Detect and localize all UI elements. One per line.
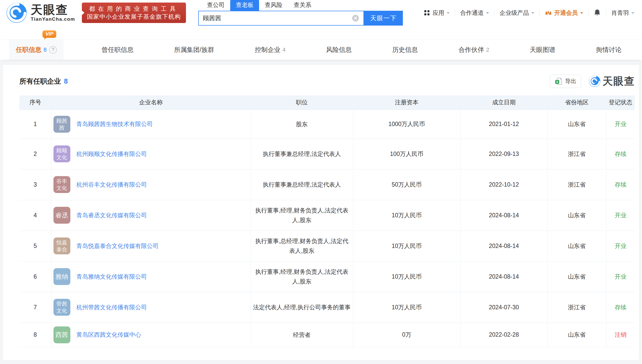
nav-tab-partners[interactable]: 合作伙伴 2 — [456, 40, 492, 60]
col-header-index: 序号 — [19, 95, 51, 110]
vip-badge: VIP — [42, 30, 57, 38]
nav-tab-label: 所属集团/族群 — [174, 46, 214, 54]
table-row: 3 谷丰文化 杭州谷丰文化传播有限公司 执行董事兼总经理,法定代表人 50万人民… — [19, 169, 635, 200]
nav-tab-count: 8 — [43, 47, 47, 53]
nav-tab-group[interactable]: 所属集团/族群 — [172, 40, 217, 60]
position-cell: 法定代表人,经理,执行公司事务的董事 — [251, 292, 353, 323]
table-header-row: 序号 企业名称 职位 注册资本 成立日期 省份地区 登记状态 — [19, 95, 635, 110]
date-cell: 2024-07-30 — [460, 292, 547, 323]
company-link[interactable]: 青岛雅纳文化传媒有限公司 — [76, 273, 147, 281]
company-cell: 谷丰文化 杭州谷丰文化传播有限公司 — [51, 169, 251, 200]
user-name: 肖青羽 — [611, 9, 629, 17]
tianyancha-logo-icon — [6, 2, 27, 23]
search-tab-company[interactable]: 查公司 — [201, 0, 230, 11]
province-cell: 浙江省 — [547, 292, 606, 323]
table-row: 7 带茜文化 杭州带茜文化传播有限公司 法定代表人,经理,执行公司事务的董事 1… — [19, 292, 635, 323]
help-icon[interactable] — [49, 46, 57, 54]
search-tab-risk[interactable]: 查风险 — [259, 0, 288, 11]
company-link[interactable]: 青岛睿丞文化传媒有限公司 — [76, 211, 147, 219]
capital-cell: 1000万人民币 — [353, 110, 460, 139]
company-avatar: 带茜文化 — [53, 299, 70, 316]
search-input-wrap — [198, 11, 364, 26]
province-cell: 浙江省 — [547, 169, 606, 200]
date-cell: 2024-08-14 — [460, 261, 547, 292]
company-cell: 顾顺文化 杭州顾顺文化传播有限公司 — [51, 139, 251, 169]
search-tab-boss[interactable]: 查老板 — [230, 0, 259, 11]
promo-badge: 都在用的商业查询工具 国家中小企业发展子基金旗下机构 — [82, 3, 186, 23]
clear-search-icon[interactable] — [352, 14, 359, 22]
watermark-brand-text: 天眼查 — [603, 74, 635, 88]
company-link[interactable]: 黄岛区西茜文化传媒中心 — [76, 331, 141, 339]
company-link[interactable]: 杭州谷丰文化传播有限公司 — [76, 181, 147, 189]
chevron-down-icon — [531, 12, 534, 15]
company-cell: 带茜文化 杭州带茜文化传播有限公司 — [51, 292, 251, 323]
nav-tab-label: 天眼图谱 — [530, 46, 555, 54]
nav-tab-history[interactable]: 历史信息 — [390, 40, 420, 60]
nav-tab-employment[interactable]: VIP 任职信息 8 — [9, 40, 63, 60]
search-input[interactable] — [203, 15, 352, 22]
province-cell: 浙江省 — [547, 139, 606, 169]
menu-membership[interactable]: 开通会员 — [545, 9, 583, 17]
export-button[interactable]: X 导出 — [550, 75, 581, 88]
menu-enterprise-label: 企业级产品 — [500, 9, 529, 17]
menu-membership-label: 开通会员 — [554, 9, 578, 17]
date-cell: 2024-08-14 — [460, 231, 547, 261]
position-cell: 执行董事兼总经理,法定代表人 — [251, 139, 353, 169]
status-cell: 存续 — [606, 139, 635, 169]
search-tab-relation[interactable]: 查关系 — [288, 0, 317, 11]
date-cell: 2022-02-28 — [460, 323, 547, 347]
position-cell: 执行董事,总经理,财务负责人,法定代表人,股东 — [251, 231, 353, 261]
nav-tab-controlled-companies[interactable]: 控制企业 4 — [252, 40, 288, 60]
table-row: 4 睿丞 青岛睿丞文化传媒有限公司 执行董事,经理,财务负责人,法定代表人,股东… — [19, 200, 635, 231]
table-row: 1 顾茜茜 青岛顾茜茜生物技术有限公司 股东 1000万人民币 2021-01-… — [19, 110, 635, 139]
export-label: 导出 — [565, 77, 576, 85]
date-cell: 2024-08-14 — [460, 200, 547, 231]
position-cell: 股东 — [251, 110, 353, 139]
nav-tab-label: 曾任职信息 — [102, 46, 134, 54]
nav-tab-risk[interactable]: 风险信息 — [324, 40, 354, 60]
menu-apps[interactable]: 应用 — [424, 9, 450, 17]
employment-card: 所有任职企业8 X 导出 天眼查 序号 — [3, 65, 639, 360]
nav-tab-past-employment[interactable]: 曾任职信息 — [99, 40, 136, 60]
employment-table: 序号 企业名称 职位 注册资本 成立日期 省份地区 登记状态 1 顾茜茜 青岛顾… — [19, 95, 635, 347]
user-menu[interactable]: 肖青羽 — [611, 9, 634, 17]
profile-nav: VIP 任职信息 8 曾任职信息 所属集团/族群 控制企业 4 风险信息 历史信… — [0, 39, 642, 60]
promo-line1: 都在用的商业查询工具 — [87, 5, 181, 13]
top-header: 天眼查 TianYanCha.com 都在用的商业查询工具 国家中小企业发展子基… — [0, 0, 642, 25]
table-row: 6 雅纳 青岛雅纳文化传媒有限公司 执行董事,经理,财务负责人,法定代表人,股东… — [19, 261, 635, 292]
date-cell: 2021-01-12 — [460, 110, 547, 139]
table-row: 8 西茜 黄岛区西茜文化传媒中心 经营者 0万 2022-02-28 山东省 注… — [19, 323, 635, 347]
table-row: 2 顾顺文化 杭州顾顺文化传播有限公司 执行董事兼总经理,法定代表人 100万人… — [19, 139, 635, 169]
row-index: 6 — [19, 261, 51, 292]
company-avatar: 西茜 — [53, 326, 70, 343]
section-title: 所有任职企业8 — [19, 77, 68, 86]
tianyancha-logo[interactable]: 天眼查 TianYanCha.com — [6, 2, 75, 23]
company-link[interactable]: 杭州带茜文化传播有限公司 — [76, 303, 147, 311]
row-index: 3 — [19, 169, 51, 200]
col-header-position: 职位 — [251, 95, 353, 110]
status-cell: 开业 — [606, 110, 635, 139]
header-right-menu: 应用 合作通道 企业级产品 开通会员 — [424, 9, 634, 17]
company-link[interactable]: 青岛顾茜茜生物技术有限公司 — [76, 120, 153, 128]
date-cell: 2022-09-13 — [460, 139, 547, 169]
company-cell: 顾茜茜 青岛顾茜茜生物技术有限公司 — [51, 110, 251, 139]
col-header-status: 登记状态 — [606, 95, 635, 110]
nav-tab-public-opinion[interactable]: 舆情讨论 — [593, 40, 624, 60]
notification-bell-icon[interactable] — [594, 9, 601, 17]
nav-tab-label: 风险信息 — [326, 46, 352, 54]
company-cell: 睿丞 青岛睿丞文化传媒有限公司 — [51, 200, 251, 231]
divider — [494, 9, 494, 16]
nav-tab-count: 4 — [282, 47, 285, 53]
row-index: 2 — [19, 139, 51, 169]
promo-line2: 国家中小企业发展子基金旗下机构 — [87, 13, 181, 21]
company-link[interactable]: 杭州顾顺文化传播有限公司 — [76, 150, 147, 158]
menu-enterprise-products[interactable]: 企业级产品 — [500, 9, 534, 17]
company-cell: 悦嘉泰合 青岛悦嘉泰合文化传媒有限公司 — [51, 231, 251, 261]
nav-tab-graph[interactable]: 天眼图谱 — [527, 40, 558, 60]
divider — [606, 9, 606, 16]
search-area: 查公司 查老板 查风险 查关系 天眼一下 — [198, 0, 403, 26]
company-link[interactable]: 青岛悦嘉泰合文化传媒有限公司 — [76, 242, 159, 250]
menu-cooperation-channel[interactable]: 合作通道 — [460, 9, 489, 17]
status-cell: 开业 — [606, 261, 635, 292]
search-button[interactable]: 天眼一下 — [364, 11, 403, 26]
